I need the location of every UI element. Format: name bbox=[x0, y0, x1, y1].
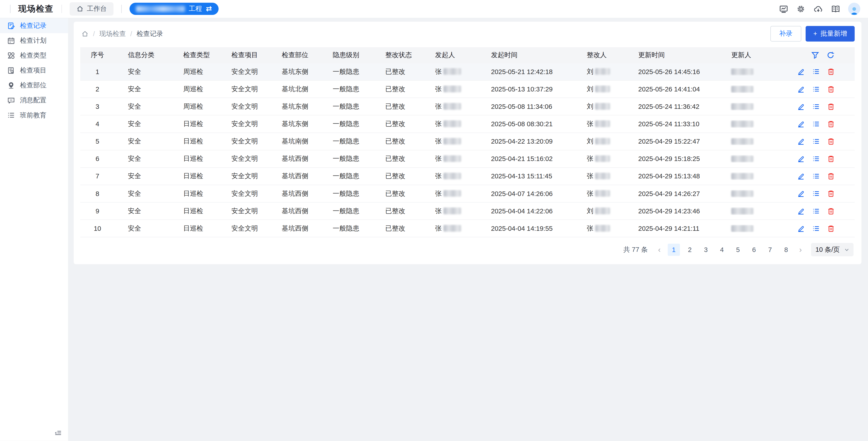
redacted-name bbox=[443, 225, 461, 232]
page-button-6[interactable]: 6 bbox=[748, 244, 760, 256]
sidebar-item-label: 消息配置 bbox=[20, 96, 46, 105]
cell-level: 一般隐患 bbox=[319, 207, 372, 216]
sidebar-item-inspection-types[interactable]: 检查类型 bbox=[0, 48, 68, 63]
edit-icon[interactable] bbox=[797, 120, 805, 128]
batch-add-button[interactable]: +批量新增 bbox=[806, 26, 855, 41]
sidebar-item-inspection-items[interactable]: 检查项目 bbox=[0, 63, 68, 78]
edit-icon[interactable] bbox=[797, 103, 805, 110]
sidebar-item-inspection-records[interactable]: 检查记录 bbox=[0, 18, 68, 33]
detail-icon[interactable] bbox=[812, 155, 820, 163]
detail-icon[interactable] bbox=[812, 68, 820, 75]
cell-project: 安全文明 bbox=[218, 102, 269, 111]
edit-icon[interactable] bbox=[797, 137, 805, 145]
breadcrumb-parent[interactable]: 现场检查 bbox=[99, 29, 126, 38]
cloud-download-icon[interactable] bbox=[813, 4, 823, 14]
initiator-surname: 张 bbox=[435, 155, 442, 162]
project-switcher[interactable]: 工程 ⇄ bbox=[129, 3, 219, 15]
book-icon[interactable] bbox=[831, 4, 840, 14]
redacted-name bbox=[443, 207, 461, 214]
detail-icon[interactable] bbox=[812, 190, 820, 197]
gear-icon[interactable] bbox=[796, 4, 806, 14]
sidebar-item-label: 班前教育 bbox=[20, 111, 46, 120]
redacted-name bbox=[731, 121, 753, 127]
page-button-2[interactable]: 2 bbox=[684, 244, 696, 256]
filter-icon[interactable] bbox=[811, 51, 819, 59]
column-header-4: 检查项目 bbox=[218, 50, 269, 60]
avatar[interactable] bbox=[848, 3, 860, 15]
list-icon bbox=[7, 111, 15, 119]
sidebar-item-message-config[interactable]: 消息配置 bbox=[0, 93, 68, 108]
next-page-button[interactable]: › bbox=[796, 245, 805, 254]
page-button-4[interactable]: 4 bbox=[716, 244, 728, 256]
prev-page-button[interactable]: ‹ bbox=[655, 245, 664, 254]
cell-project: 安全文明 bbox=[218, 207, 269, 216]
detail-icon[interactable] bbox=[812, 120, 820, 128]
page-button-3[interactable]: 3 bbox=[700, 244, 712, 256]
detail-icon[interactable] bbox=[812, 172, 820, 180]
cell-initiator: 张 bbox=[422, 137, 477, 146]
delete-icon[interactable] bbox=[827, 207, 835, 215]
row-actions bbox=[783, 225, 855, 232]
page-button-8[interactable]: 8 bbox=[780, 244, 792, 256]
edit-icon[interactable] bbox=[797, 190, 805, 197]
page-button-7[interactable]: 7 bbox=[764, 244, 776, 256]
row-actions bbox=[783, 120, 855, 128]
redacted-name bbox=[731, 156, 753, 162]
edit-icon[interactable] bbox=[797, 86, 805, 93]
redacted-name bbox=[731, 68, 753, 75]
detail-icon[interactable] bbox=[812, 86, 820, 93]
workbench-button[interactable]: 工作台 bbox=[70, 2, 113, 16]
supplement-button[interactable]: 补录 bbox=[770, 26, 801, 41]
delete-icon[interactable] bbox=[827, 120, 835, 128]
table-row: 1安全周巡检安全文明基坑东侧一般隐患已整改张2025-05-21 12:42:1… bbox=[80, 63, 855, 80]
table-row: 5安全日巡检安全文明基坑南侧一般隐患已整改张2025-04-22 13:20:0… bbox=[80, 133, 855, 150]
cell-no: 1 bbox=[80, 68, 115, 76]
delete-icon[interactable] bbox=[827, 225, 835, 232]
column-header-12: 更新人 bbox=[718, 50, 783, 60]
refresh-icon[interactable] bbox=[827, 51, 835, 59]
delete-icon[interactable] bbox=[827, 68, 835, 75]
edit-icon[interactable] bbox=[797, 68, 805, 75]
pagination-total: 共 77 条 bbox=[623, 245, 648, 254]
edit-icon[interactable] bbox=[797, 172, 805, 180]
edit-icon[interactable] bbox=[797, 155, 805, 163]
top-bar: 现场检查 工作台 工程 ⇄ bbox=[0, 0, 868, 18]
cell-status: 已整改 bbox=[372, 189, 422, 198]
edit-icon[interactable] bbox=[797, 207, 805, 215]
delete-icon[interactable] bbox=[827, 155, 835, 163]
detail-icon[interactable] bbox=[812, 225, 820, 232]
cell-update-time: 2025-04-29 14:21:11 bbox=[625, 225, 718, 232]
delete-icon[interactable] bbox=[827, 86, 835, 93]
cell-initiate-time: 2025-04-04 14:19:55 bbox=[477, 225, 574, 232]
delete-icon[interactable] bbox=[827, 172, 835, 180]
redacted-name bbox=[595, 190, 610, 197]
cell-no: 6 bbox=[80, 155, 115, 163]
page-button-1[interactable]: 1 bbox=[668, 244, 680, 256]
sidebar-item-inspection-plans[interactable]: 检查计划 bbox=[0, 33, 68, 48]
sidebar-item-pre-shift-education[interactable]: 班前教育 bbox=[0, 108, 68, 123]
detail-icon[interactable] bbox=[812, 103, 820, 110]
table-row: 2安全周巡检安全文明基坑北侧一般隐患已整改张2025-05-13 10:37:2… bbox=[80, 80, 855, 98]
redacted-name bbox=[595, 207, 610, 214]
home-icon bbox=[76, 5, 84, 12]
page-size-select[interactable]: 10 条/页 bbox=[811, 243, 854, 257]
page-button-5[interactable]: 5 bbox=[732, 244, 744, 256]
detail-icon[interactable] bbox=[812, 137, 820, 145]
home-icon[interactable] bbox=[81, 30, 89, 37]
cell-update-time: 2025-04-29 15:18:25 bbox=[625, 155, 718, 163]
sidebar-item-inspection-parts[interactable]: 检查部位 bbox=[0, 78, 68, 93]
cell-initiator: 张 bbox=[422, 172, 477, 181]
column-header-1: 序号 bbox=[80, 50, 115, 60]
menu-fold-icon[interactable] bbox=[54, 429, 62, 437]
redacted-name bbox=[443, 121, 461, 127]
cell-project: 安全文明 bbox=[218, 189, 269, 198]
redacted-name bbox=[731, 103, 753, 110]
cell-initiator: 张 bbox=[422, 85, 477, 94]
edit-icon[interactable] bbox=[797, 225, 805, 232]
monitor-icon[interactable] bbox=[779, 4, 788, 14]
delete-icon[interactable] bbox=[827, 103, 835, 110]
cell-part: 基坑西侧 bbox=[269, 224, 319, 233]
detail-icon[interactable] bbox=[812, 207, 820, 215]
delete-icon[interactable] bbox=[827, 137, 835, 145]
delete-icon[interactable] bbox=[827, 190, 835, 197]
